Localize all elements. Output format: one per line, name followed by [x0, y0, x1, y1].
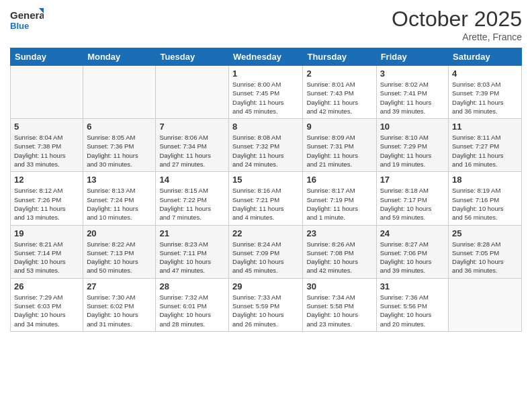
- day-number: 31: [380, 281, 445, 291]
- day-number: 3: [380, 68, 445, 79]
- calendar-day: 24Sunrise: 8:27 AMSunset: 7:06 PMDayligh…: [376, 225, 448, 278]
- day-info: Sunrise: 8:26 AMSunset: 7:08 PMDaylight:…: [306, 240, 372, 275]
- day-number: 6: [87, 122, 152, 132]
- calendar-day: [11, 66, 83, 119]
- day-number: 1: [232, 68, 299, 79]
- day-info: Sunrise: 8:28 AMSunset: 7:05 PMDaylight:…: [452, 240, 518, 275]
- day-number: 7: [159, 122, 225, 132]
- day-info: Sunrise: 8:22 AMSunset: 7:13 PMDaylight:…: [87, 240, 152, 275]
- calendar-day: 18Sunrise: 8:19 AMSunset: 7:16 PMDayligh…: [449, 172, 522, 225]
- day-info: Sunrise: 8:00 AMSunset: 7:45 PMDaylight:…: [232, 80, 299, 116]
- day-number: 19: [14, 228, 79, 238]
- day-info: Sunrise: 8:05 AMSunset: 7:36 PMDaylight:…: [87, 133, 152, 169]
- day-number: 16: [306, 175, 372, 185]
- day-number: 26: [14, 281, 79, 291]
- day-info: Sunrise: 8:03 AMSunset: 7:39 PMDaylight:…: [452, 80, 518, 116]
- day-number: 21: [159, 228, 225, 238]
- day-info: Sunrise: 8:04 AMSunset: 7:38 PMDaylight:…: [14, 133, 79, 169]
- day-info: Sunrise: 8:27 AMSunset: 7:06 PMDaylight:…: [380, 240, 445, 275]
- calendar-day: 16Sunrise: 8:17 AMSunset: 7:19 PMDayligh…: [303, 172, 376, 225]
- day-number: 23: [306, 228, 372, 238]
- page: General Blue October 2025 Arette, France…: [0, 0, 532, 411]
- day-number: 12: [14, 175, 79, 185]
- calendar-week-4: 19Sunrise: 8:21 AMSunset: 7:14 PMDayligh…: [11, 225, 522, 278]
- calendar-day: 29Sunrise: 7:33 AMSunset: 5:59 PMDayligh…: [229, 278, 303, 331]
- day-number: 15: [232, 175, 299, 185]
- calendar-day: 30Sunrise: 7:34 AMSunset: 5:58 PMDayligh…: [303, 278, 376, 331]
- title-block: October 2025 Arette, France: [392, 7, 522, 42]
- logo-svg: General Blue: [10, 7, 44, 34]
- day-number: 24: [380, 228, 445, 238]
- day-info: Sunrise: 8:24 AMSunset: 7:09 PMDaylight:…: [232, 240, 299, 275]
- calendar-day: 27Sunrise: 7:30 AMSunset: 6:02 PMDayligh…: [83, 278, 156, 331]
- calendar-day: 31Sunrise: 7:36 AMSunset: 5:56 PMDayligh…: [376, 278, 448, 331]
- calendar-day: 13Sunrise: 8:13 AMSunset: 7:24 PMDayligh…: [83, 172, 156, 225]
- day-info: Sunrise: 7:29 AMSunset: 6:03 PMDaylight:…: [14, 293, 79, 328]
- day-number: 30: [306, 281, 372, 291]
- calendar-day: 14Sunrise: 8:15 AMSunset: 7:22 PMDayligh…: [156, 172, 229, 225]
- calendar-day: 28Sunrise: 7:32 AMSunset: 6:01 PMDayligh…: [156, 278, 229, 331]
- logo: General Blue: [10, 7, 44, 34]
- calendar-day: 11Sunrise: 8:11 AMSunset: 7:27 PMDayligh…: [449, 119, 522, 172]
- day-number: 27: [87, 281, 152, 291]
- day-number: 20: [87, 228, 152, 238]
- day-number: 14: [159, 175, 225, 185]
- day-info: Sunrise: 8:09 AMSunset: 7:31 PMDaylight:…: [306, 133, 372, 169]
- col-saturday: Saturday: [449, 48, 522, 66]
- day-number: 2: [306, 68, 372, 79]
- day-info: Sunrise: 8:11 AMSunset: 7:27 PMDaylight:…: [452, 133, 518, 169]
- day-info: Sunrise: 8:06 AMSunset: 7:34 PMDaylight:…: [159, 133, 225, 169]
- calendar-day: 15Sunrise: 8:16 AMSunset: 7:21 PMDayligh…: [229, 172, 303, 225]
- day-number: 11: [452, 122, 518, 132]
- calendar-day: 9Sunrise: 8:09 AMSunset: 7:31 PMDaylight…: [303, 119, 376, 172]
- day-number: 9: [306, 122, 372, 132]
- day-info: Sunrise: 8:13 AMSunset: 7:24 PMDaylight:…: [87, 186, 152, 222]
- day-number: 10: [380, 122, 445, 132]
- calendar-day: 17Sunrise: 8:18 AMSunset: 7:17 PMDayligh…: [376, 172, 448, 225]
- day-info: Sunrise: 8:01 AMSunset: 7:43 PMDaylight:…: [306, 80, 372, 116]
- day-info: Sunrise: 8:19 AMSunset: 7:16 PMDaylight:…: [452, 186, 518, 222]
- day-info: Sunrise: 7:33 AMSunset: 5:59 PMDaylight:…: [232, 293, 299, 328]
- day-info: Sunrise: 8:16 AMSunset: 7:21 PMDaylight:…: [232, 186, 299, 222]
- day-number: 25: [452, 228, 518, 238]
- header-row: Sunday Monday Tuesday Wednesday Thursday…: [11, 48, 522, 66]
- day-number: 29: [232, 281, 299, 291]
- calendar-table: Sunday Monday Tuesday Wednesday Thursday…: [10, 48, 522, 332]
- day-number: 4: [452, 68, 518, 79]
- col-friday: Friday: [376, 48, 448, 66]
- svg-text:General: General: [10, 9, 44, 21]
- col-tuesday: Tuesday: [156, 48, 229, 66]
- calendar-day: [156, 66, 229, 119]
- month-title: October 2025: [392, 7, 522, 32]
- calendar-day: 26Sunrise: 7:29 AMSunset: 6:03 PMDayligh…: [11, 278, 83, 331]
- calendar-day: 22Sunrise: 8:24 AMSunset: 7:09 PMDayligh…: [229, 225, 303, 278]
- calendar-day: 23Sunrise: 8:26 AMSunset: 7:08 PMDayligh…: [303, 225, 376, 278]
- day-info: Sunrise: 7:36 AMSunset: 5:56 PMDaylight:…: [380, 293, 445, 328]
- col-monday: Monday: [83, 48, 156, 66]
- location: Arette, France: [392, 32, 522, 42]
- day-number: 5: [14, 122, 79, 132]
- svg-text:Blue: Blue: [10, 21, 29, 31]
- calendar-day: 12Sunrise: 8:12 AMSunset: 7:26 PMDayligh…: [11, 172, 83, 225]
- day-info: Sunrise: 8:12 AMSunset: 7:26 PMDaylight:…: [14, 186, 79, 222]
- day-info: Sunrise: 8:10 AMSunset: 7:29 PMDaylight:…: [380, 133, 445, 169]
- calendar-day: 19Sunrise: 8:21 AMSunset: 7:14 PMDayligh…: [11, 225, 83, 278]
- day-number: 18: [452, 175, 518, 185]
- day-info: Sunrise: 7:30 AMSunset: 6:02 PMDaylight:…: [87, 293, 152, 328]
- day-info: Sunrise: 8:08 AMSunset: 7:32 PMDaylight:…: [232, 133, 299, 169]
- day-info: Sunrise: 8:21 AMSunset: 7:14 PMDaylight:…: [14, 240, 79, 275]
- day-number: 13: [87, 175, 152, 185]
- calendar-day: 1Sunrise: 8:00 AMSunset: 7:45 PMDaylight…: [229, 66, 303, 119]
- calendar-day: 5Sunrise: 8:04 AMSunset: 7:38 PMDaylight…: [11, 119, 83, 172]
- calendar-day: 4Sunrise: 8:03 AMSunset: 7:39 PMDaylight…: [449, 66, 522, 119]
- day-number: 8: [232, 122, 299, 132]
- calendar-day: 25Sunrise: 8:28 AMSunset: 7:05 PMDayligh…: [449, 225, 522, 278]
- calendar-day: 6Sunrise: 8:05 AMSunset: 7:36 PMDaylight…: [83, 119, 156, 172]
- day-number: 17: [380, 175, 445, 185]
- calendar-week-5: 26Sunrise: 7:29 AMSunset: 6:03 PMDayligh…: [11, 278, 522, 331]
- calendar-week-2: 5Sunrise: 8:04 AMSunset: 7:38 PMDaylight…: [11, 119, 522, 172]
- day-info: Sunrise: 8:02 AMSunset: 7:41 PMDaylight:…: [380, 80, 445, 116]
- calendar-day: 10Sunrise: 8:10 AMSunset: 7:29 PMDayligh…: [376, 119, 448, 172]
- calendar-day: 7Sunrise: 8:06 AMSunset: 7:34 PMDaylight…: [156, 119, 229, 172]
- calendar-day: 3Sunrise: 8:02 AMSunset: 7:41 PMDaylight…: [376, 66, 448, 119]
